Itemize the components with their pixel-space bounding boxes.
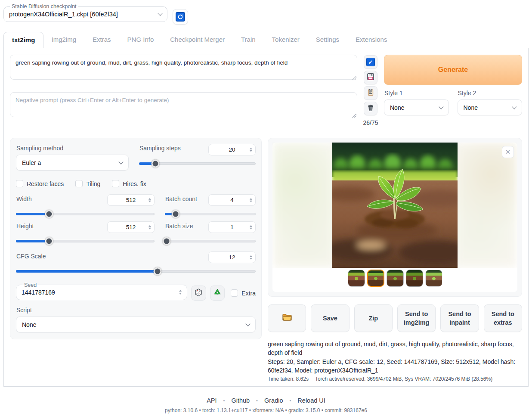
save-style-button[interactable]	[364, 71, 377, 84]
negative-prompt-input[interactable]	[10, 92, 357, 117]
tab-png-info[interactable]: PNG Info	[119, 32, 162, 48]
save-button[interactable]: Save	[311, 304, 349, 332]
width-slider[interactable]	[16, 210, 155, 218]
tab-checkpoint-merger[interactable]: Checkpoint Merger	[162, 32, 233, 48]
send-to-img2img-button[interactable]: Send to img2img	[397, 304, 436, 332]
tab-img2img[interactable]: img2img	[43, 32, 84, 48]
hires-fix-checkbox[interactable]: Hires. fix	[112, 180, 146, 187]
generate-button[interactable]: Generate	[384, 55, 522, 85]
batch-size-input[interactable]: 1	[208, 221, 256, 233]
dice-icon	[194, 288, 203, 298]
result-gallery: ✕	[268, 138, 522, 297]
tab-txt2img[interactable]: txt2img	[3, 32, 43, 48]
prompt-tools: ✓ 26/75	[363, 55, 378, 126]
thumbnail-4[interactable]	[406, 270, 423, 287]
style1-dropdown[interactable]: None	[384, 99, 449, 115]
prompt-input[interactable]: green sapling rowing out of ground, mud,…	[10, 55, 357, 80]
checkbox-icon	[16, 180, 23, 187]
generated-image[interactable]	[332, 143, 458, 268]
height-slider[interactable]	[16, 237, 155, 245]
style2-label: Style 2	[458, 90, 523, 96]
number-spinner[interactable]	[250, 225, 252, 230]
apply-style-button[interactable]	[364, 86, 377, 100]
cfg-scale-input[interactable]: 12	[208, 251, 256, 263]
batch-count-slider[interactable]	[165, 210, 256, 218]
slider-thumb[interactable]	[172, 210, 180, 218]
separator-dot: •	[256, 398, 258, 403]
extra-seed-checkbox[interactable]: Extra	[231, 289, 256, 297]
number-spinner[interactable]	[148, 225, 151, 230]
close-icon[interactable]: ✕	[502, 146, 514, 158]
sampling-method-value: Euler a	[22, 159, 41, 166]
clipboard-icon	[367, 88, 374, 98]
sampling-steps-input[interactable]: 20	[208, 144, 256, 155]
thumbnail-5[interactable]	[425, 270, 442, 287]
token-counter: 26/75	[363, 119, 378, 126]
restore-faces-checkbox[interactable]: Restore faces	[16, 180, 64, 187]
clear-prompt-button[interactable]	[364, 102, 377, 115]
thumbnail-1[interactable]	[348, 270, 365, 287]
zip-button[interactable]: Zip	[354, 304, 393, 332]
sampling-method-dropdown[interactable]: Euler a	[16, 155, 129, 171]
thumbnail-3[interactable]	[387, 270, 404, 287]
send-to-inpaint-button[interactable]: Send to inpaint	[440, 304, 479, 332]
number-spinner[interactable]	[250, 255, 252, 260]
number-spinner[interactable]	[148, 198, 151, 202]
batch-count-input[interactable]: 4	[208, 194, 256, 206]
output-actions: Save Zip Send to img2img Send to inpaint…	[268, 304, 522, 332]
footer-link-api[interactable]: API	[207, 397, 217, 404]
checkbox-icon	[75, 180, 83, 187]
height-label: Height	[16, 223, 34, 230]
txt2img-panel: green sapling rowing out of ground, mud,…	[3, 48, 529, 387]
slider-thumb[interactable]	[153, 267, 161, 276]
slider-thumb[interactable]	[45, 210, 53, 218]
number-spinner[interactable]	[250, 198, 252, 202]
tab-extras[interactable]: Extras	[84, 32, 119, 48]
open-folder-button[interactable]	[268, 304, 306, 332]
output-column: ✕	[268, 138, 522, 386]
random-seed-button[interactable]	[191, 286, 206, 301]
tab-train[interactable]: Train	[233, 32, 264, 48]
send-to-extras-button[interactable]: Send to extras	[484, 304, 522, 332]
thumbnail-2-selected[interactable]	[367, 270, 384, 287]
script-label: Script	[16, 307, 256, 314]
time-taken-text: Time taken: 8.62s	[268, 376, 309, 382]
script-dropdown[interactable]: None	[16, 317, 256, 332]
slider-thumb[interactable]	[151, 160, 159, 168]
style2-dropdown[interactable]: None	[458, 99, 523, 115]
apply-params-button[interactable]: ✓	[364, 55, 377, 69]
thumbnail-strip	[272, 268, 517, 289]
slider-thumb[interactable]	[45, 237, 53, 245]
tab-tokenizer[interactable]: Tokenizer	[264, 32, 308, 48]
width-input[interactable]: 512	[107, 194, 155, 206]
generation-info: green sapling rowing out of ground, mud,…	[268, 340, 522, 386]
preview-backdrop-right	[454, 143, 517, 268]
tab-extensions[interactable]: Extensions	[347, 32, 395, 48]
folder-icon	[282, 313, 292, 323]
slider-thumb[interactable]	[163, 237, 171, 245]
number-spinner[interactable]	[179, 290, 182, 295]
seed-input[interactable]: Seed 1441787169	[16, 282, 187, 300]
footer-link-reload-ui[interactable]: Reload UI	[297, 397, 325, 404]
refresh-icon	[176, 12, 185, 22]
reuse-seed-button[interactable]	[210, 286, 225, 301]
footer-link-gradio[interactable]: Gradio	[264, 397, 283, 404]
height-input[interactable]: 512	[107, 221, 155, 233]
chevron-down-icon	[439, 104, 443, 109]
cfg-scale-slider[interactable]	[16, 267, 256, 275]
script-value: None	[22, 321, 36, 328]
chevron-down-icon	[158, 11, 162, 16]
checkbox-icon	[112, 180, 119, 187]
seed-label: Seed	[22, 282, 38, 288]
sampling-steps-slider[interactable]	[139, 160, 256, 168]
tiling-checkbox[interactable]: Tiling	[75, 180, 100, 187]
sampling-steps-label: Sampling steps	[139, 145, 181, 152]
checkpoint-dropdown[interactable]: Stable Diffusion checkpoint protogenX34O…	[3, 3, 167, 22]
number-spinner[interactable]	[250, 147, 252, 152]
tab-settings[interactable]: Settings	[308, 32, 347, 48]
refresh-checkpoints-button[interactable]	[173, 9, 188, 25]
recycle-icon	[213, 288, 222, 298]
vram-stats-text: Torch active/reserved: 3699/4702 MiB, Sy…	[315, 376, 492, 382]
batch-size-slider[interactable]	[165, 237, 256, 245]
footer-link-github[interactable]: Github	[231, 397, 250, 404]
